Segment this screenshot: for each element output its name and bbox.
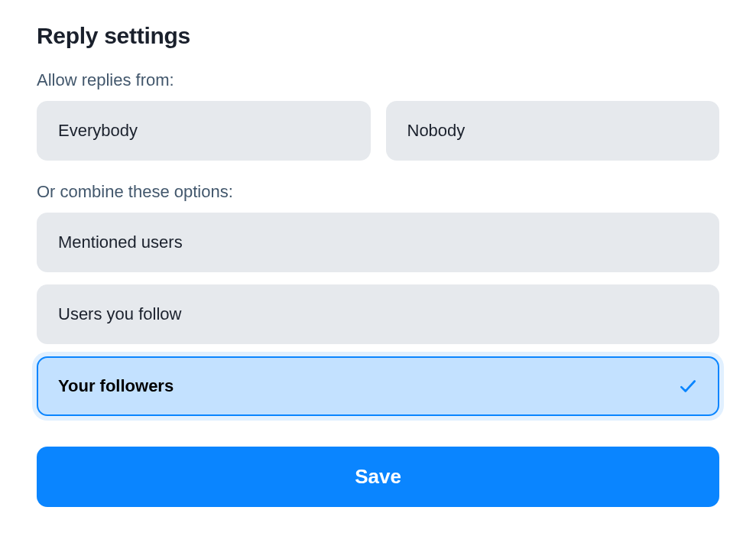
option-label: Mentioned users bbox=[58, 232, 183, 252]
option-label: Users you follow bbox=[58, 304, 181, 324]
option-label: Everybody bbox=[58, 121, 138, 141]
combine-options-stack: Mentioned users Users you follow Your fo… bbox=[37, 213, 719, 416]
check-icon bbox=[678, 376, 698, 396]
option-users-you-follow[interactable]: Users you follow bbox=[37, 284, 719, 344]
option-label: Nobody bbox=[407, 121, 466, 141]
page-title: Reply settings bbox=[37, 23, 719, 49]
option-label: Your followers bbox=[58, 376, 174, 396]
combine-options-label: Or combine these options: bbox=[37, 182, 719, 202]
option-everybody[interactable]: Everybody bbox=[37, 101, 371, 161]
option-nobody[interactable]: Nobody bbox=[386, 101, 720, 161]
option-your-followers[interactable]: Your followers bbox=[37, 356, 719, 416]
allow-replies-label: Allow replies from: bbox=[37, 70, 719, 90]
save-button[interactable]: Save bbox=[37, 447, 719, 507]
primary-options-row: Everybody Nobody bbox=[37, 101, 719, 161]
option-mentioned-users[interactable]: Mentioned users bbox=[37, 213, 719, 272]
